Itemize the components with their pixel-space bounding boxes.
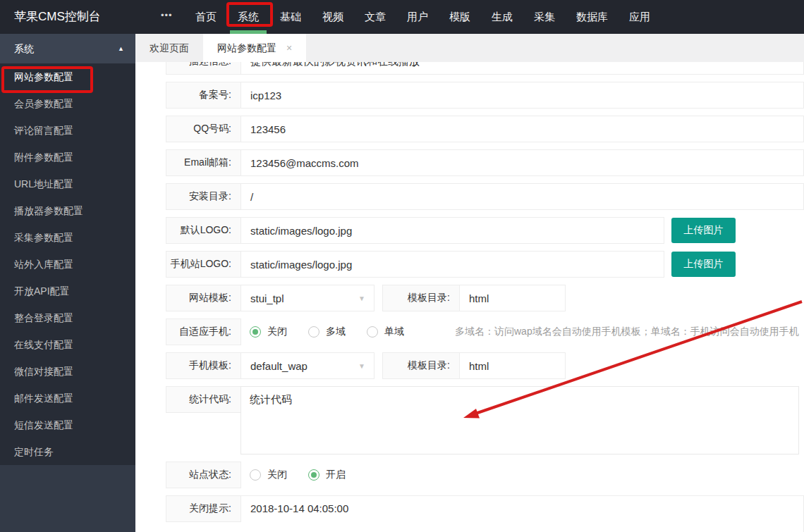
adaptive-radio-multidomain[interactable]: 多域 xyxy=(308,326,346,338)
site-template-dir-label: 模板目录: xyxy=(382,285,460,311)
tab-welcome[interactable]: 欢迎页面 xyxy=(135,34,203,62)
sidebar-item-integrated-login[interactable]: 整合登录配置 xyxy=(0,304,135,331)
qq-field[interactable]: 123456 xyxy=(241,116,804,142)
app-title: 苹果CMS控制台 xyxy=(14,0,101,34)
top-nav-basic[interactable]: 基础 xyxy=(269,0,312,34)
form-row-logo: 默认LOGO: static/images/logo.jpg 上传图片 xyxy=(166,217,804,244)
site-status-radio-off[interactable]: 关闭 xyxy=(250,469,287,481)
email-field[interactable]: 123456@maccms.com xyxy=(241,149,804,176)
sidebar-item-offsite-config[interactable]: 站外入库配置 xyxy=(0,251,135,278)
site-template-value: stui_tpl xyxy=(250,292,284,304)
radio-unselected-icon xyxy=(250,469,261,481)
sidebar-item-collect-config[interactable]: 采集参数配置 xyxy=(0,224,135,251)
form-row-close-tip: 关闭提示: 2018-10-14 04:05:00 xyxy=(166,495,804,532)
top-nav-user[interactable]: 用户 xyxy=(396,0,439,34)
site-template-dir-field[interactable]: html xyxy=(460,285,566,311)
close-tip-label: 关闭提示: xyxy=(166,495,241,522)
top-nav-home[interactable]: 首页 xyxy=(185,0,227,34)
sidebar-item-sms-config[interactable]: 短信发送配置 xyxy=(0,412,135,438)
form-row-site-template: 网站模板: stui_tpl ▼ 模板目录: html xyxy=(166,285,804,311)
form-row-description: 描述信息: 提供最新最快的影视资讯和在线播放 xyxy=(166,62,804,75)
sidebar-menu: 网站参数配置 会员参数配置 评论留言配置 附件参数配置 URL地址配置 播放器参… xyxy=(0,63,135,465)
top-nav-template[interactable]: 模版 xyxy=(439,0,481,34)
description-field[interactable]: 提供最新最快的影视资讯和在线播放 xyxy=(241,62,804,75)
sidebar-item-comment-config[interactable]: 评论留言配置 xyxy=(0,117,135,144)
adaptive-radio-singledomain-label: 单域 xyxy=(384,326,404,338)
radio-unselected-icon xyxy=(367,326,378,338)
adaptive-hint-text: 多域名：访问wap域名会自动使用手机模板；单域名：手机访问会自动使用手机 xyxy=(455,326,799,338)
adaptive-options: 关闭 多域 单域 多域名：访问wap域名会自动使用手机模板；单域名：手机访问会自… xyxy=(241,318,799,345)
sidebar: 系统 ▲ 网站参数配置 会员参数配置 评论留言配置 附件参数配置 URL地址配置… xyxy=(0,34,135,532)
form-row-adaptive: 自适应手机: 关闭 多域 单域 多域名：访问wap域名会自动使用手机模板；单域名… xyxy=(166,318,804,345)
sidebar-group-label: 系统 xyxy=(14,43,34,54)
sidebar-group-system[interactable]: 系统 ▲ xyxy=(0,34,135,63)
tab-site-params-label: 网站参数配置 xyxy=(217,42,276,54)
logo-upload-button[interactable]: 上传图片 xyxy=(671,218,736,243)
chevron-down-icon: ▼ xyxy=(358,362,365,370)
sidebar-item-open-api[interactable]: 开放API配置 xyxy=(0,278,135,304)
main-content: 描述信息: 提供最新最快的影视资讯和在线播放 备案号: icp123 QQ号码:… xyxy=(135,62,804,532)
stats-code-label: 统计代码: xyxy=(166,386,241,413)
form-row-email: Email邮箱: 123456@maccms.com xyxy=(166,149,804,176)
top-bar: 苹果CMS控制台 ••• 首页 系统 基础 视频 文章 用户 模版 生成 采集 … xyxy=(0,0,804,34)
site-status-radio-on[interactable]: 开启 xyxy=(308,469,346,481)
qq-label: QQ号码: xyxy=(166,116,241,142)
logo-label: 默认LOGO: xyxy=(166,217,241,244)
install-dir-field[interactable]: / xyxy=(241,183,804,210)
icp-label: 备案号: xyxy=(166,82,241,109)
collapse-caret-icon: ▲ xyxy=(118,34,124,63)
form-row-stats-code: 统计代码: 统计代码 xyxy=(166,386,804,454)
mobile-logo-field[interactable]: static/images/logo.jpg xyxy=(241,251,664,278)
mobile-logo-upload-button[interactable]: 上传图片 xyxy=(671,252,736,277)
sidebar-item-online-payment[interactable]: 在线支付配置 xyxy=(0,331,135,358)
sidebar-item-wechat-config[interactable]: 微信对接配置 xyxy=(0,358,135,385)
site-template-select[interactable]: stui_tpl ▼ xyxy=(241,285,374,311)
tab-close-icon[interactable]: × xyxy=(286,42,292,54)
top-nav-article[interactable]: 文章 xyxy=(354,0,396,34)
more-menu-icon[interactable]: ••• xyxy=(161,0,173,32)
form-row-qq: QQ号码: 123456 xyxy=(166,116,804,142)
adaptive-radio-multidomain-label: 多域 xyxy=(326,326,346,338)
chevron-down-icon: ▼ xyxy=(358,295,365,302)
site-status-radio-off-label: 关闭 xyxy=(267,469,287,481)
top-nav-generate[interactable]: 生成 xyxy=(481,0,523,34)
icp-field[interactable]: icp123 xyxy=(241,82,804,109)
stats-code-textarea[interactable]: 统计代码 xyxy=(240,386,799,454)
adaptive-radio-singledomain[interactable]: 单域 xyxy=(367,326,404,338)
adaptive-radio-off[interactable]: 关闭 xyxy=(250,326,287,338)
sidebar-item-player-config[interactable]: 播放器参数配置 xyxy=(0,197,135,224)
mobile-template-dir-field[interactable]: html xyxy=(460,352,566,379)
site-template-label: 网站模板: xyxy=(166,285,241,311)
sidebar-item-attachment-config[interactable]: 附件参数配置 xyxy=(0,144,135,171)
radio-unselected-icon xyxy=(308,326,319,338)
email-label: Email邮箱: xyxy=(166,149,241,176)
form-row-icp: 备案号: icp123 xyxy=(166,82,804,109)
sidebar-item-url-config[interactable]: URL地址配置 xyxy=(0,171,135,197)
adaptive-label: 自适应手机: xyxy=(166,318,241,345)
top-nav-database[interactable]: 数据库 xyxy=(566,0,619,34)
mobile-template-value: default_wap xyxy=(250,360,307,372)
top-nav-system[interactable]: 系统 xyxy=(227,0,269,34)
mobile-logo-label: 手机站LOGO: xyxy=(166,251,241,278)
site-status-options: 关闭 开启 xyxy=(241,462,367,488)
mobile-template-dir-label: 模板目录: xyxy=(382,352,460,379)
mobile-template-dir-group: 模板目录: html xyxy=(382,352,566,379)
top-nav-collect[interactable]: 采集 xyxy=(523,0,566,34)
sidebar-item-site-params[interactable]: 网站参数配置 xyxy=(0,63,135,90)
close-tip-field[interactable]: 2018-10-14 04:05:00 xyxy=(241,495,804,532)
sidebar-item-cron-tasks[interactable]: 定时任务 xyxy=(0,438,135,465)
site-status-label: 站点状态: xyxy=(166,462,241,488)
top-nav-video[interactable]: 视频 xyxy=(312,0,354,34)
mobile-template-label: 手机模板: xyxy=(166,352,241,379)
mobile-template-select[interactable]: default_wap ▼ xyxy=(241,352,374,379)
site-status-radio-on-label: 开启 xyxy=(326,469,346,481)
adaptive-radio-off-label: 关闭 xyxy=(267,326,287,338)
site-params-form: 描述信息: 提供最新最快的影视资讯和在线播放 备案号: icp123 QQ号码:… xyxy=(166,62,804,532)
sidebar-item-email-config[interactable]: 邮件发送配置 xyxy=(0,385,135,412)
tab-bar: 欢迎页面 网站参数配置 × xyxy=(135,34,804,62)
logo-field[interactable]: static/images/logo.jpg xyxy=(241,217,664,244)
tab-site-params[interactable]: 网站参数配置 × xyxy=(203,34,306,62)
install-dir-label: 安装目录: xyxy=(166,183,241,210)
sidebar-item-member-params[interactable]: 会员参数配置 xyxy=(0,90,135,117)
top-nav-app[interactable]: 应用 xyxy=(619,0,661,34)
